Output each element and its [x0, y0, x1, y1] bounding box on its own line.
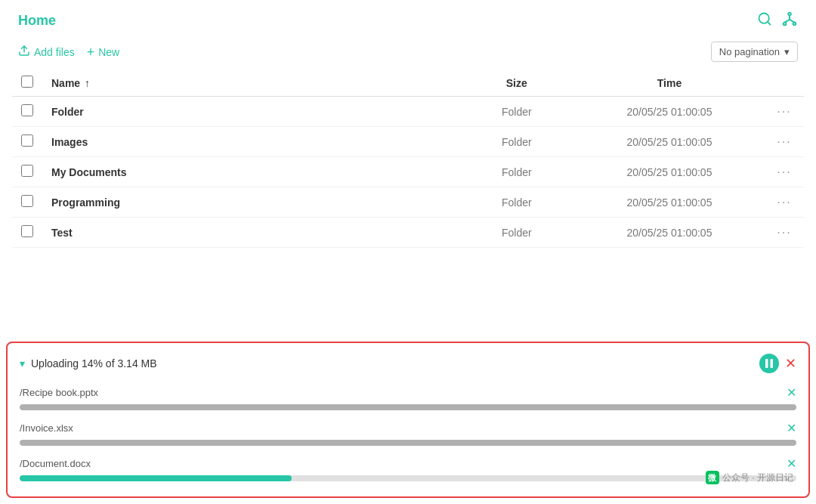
row-actions-cell[interactable]: ···	[765, 127, 804, 157]
upload-file-item: /Document.docx ✕	[20, 456, 796, 481]
file-name: Programming	[51, 196, 120, 209]
svg-rect-10	[771, 359, 774, 368]
upload-file-cancel-button[interactable]: ✕	[787, 421, 796, 435]
svg-line-7	[790, 20, 794, 23]
row-time-cell: 20/05/25 01:00:05	[574, 127, 765, 157]
svg-line-6	[785, 20, 790, 23]
row-checkbox[interactable]	[21, 165, 33, 177]
upload-close-button[interactable]: ✕	[785, 357, 796, 370]
row-checkbox-cell[interactable]	[12, 218, 42, 248]
upload-file-cancel-button[interactable]: ✕	[787, 385, 796, 400]
table-row: Folder Folder 20/05/25 01:00:05 ···	[12, 97, 804, 127]
row-size-cell: Folder	[459, 97, 574, 127]
row-name-cell: Test	[42, 218, 459, 248]
file-name: Images	[51, 136, 88, 148]
add-files-button[interactable]: Add files	[18, 45, 75, 60]
col-name-label: Name	[51, 77, 80, 89]
upload-file-name: /Recipe book.pptx	[20, 387, 98, 398]
pagination-label: No pagination	[719, 46, 780, 57]
progress-bar-bg	[20, 440, 796, 446]
col-name-header[interactable]: Name ↑	[42, 70, 459, 97]
upload-pause-button[interactable]	[759, 354, 779, 373]
new-label: New	[98, 46, 119, 58]
row-checkbox-cell[interactable]	[12, 157, 42, 187]
upload-chevron-icon[interactable]: ▾	[20, 357, 25, 369]
upload-file-name: /Invoice.xlsx	[20, 422, 73, 434]
row-checkbox[interactable]	[21, 135, 33, 147]
upload-title: Uploading 14% of 3.14 MB	[31, 357, 157, 369]
file-table-wrapper: Name ↑ Size Time Folder	[0, 70, 816, 248]
row-checkbox-cell[interactable]	[12, 127, 42, 157]
progress-bar-fill	[20, 440, 796, 446]
file-name: My Documents	[51, 166, 127, 178]
col-time-header[interactable]: Time	[574, 70, 765, 97]
toolbar: Add files + New No pagination ▾	[0, 37, 816, 70]
col-actions-header	[765, 70, 804, 97]
row-actions-button[interactable]: ···	[777, 135, 791, 149]
toolbar-left: Add files + New	[18, 45, 119, 60]
row-actions-button[interactable]: ···	[777, 196, 791, 209]
table-row: My Documents Folder 20/05/25 01:00:05 ··…	[12, 157, 804, 187]
row-checkbox[interactable]	[21, 195, 33, 207]
row-size-cell: Folder	[459, 218, 574, 248]
upload-header: ▾ Uploading 14% of 3.14 MB ✕	[20, 354, 796, 373]
search-icon[interactable]	[757, 11, 772, 30]
upload-file-item: /Recipe book.pptx ✕	[20, 385, 796, 410]
upload-files-list: /Recipe book.pptx ✕ /Invoice.xlsx ✕ /Doc…	[20, 385, 796, 481]
table-row: Images Folder 20/05/25 01:00:05 ···	[12, 127, 804, 157]
row-checkbox[interactable]	[21, 104, 33, 116]
home-title: Home	[18, 13, 56, 29]
upload-icon	[18, 45, 30, 60]
row-size-cell: Folder	[459, 157, 574, 187]
sort-arrow-icon: ↑	[85, 77, 90, 89]
upload-panel: ▾ Uploading 14% of 3.14 MB ✕ /Recipe boo…	[6, 342, 810, 498]
svg-line-1	[768, 22, 771, 25]
pagination-dropdown[interactable]: No pagination ▾	[711, 42, 798, 62]
file-name: Folder	[51, 106, 84, 118]
col-size-header[interactable]: Size	[459, 70, 574, 97]
file-table: Name ↑ Size Time Folder	[12, 70, 804, 248]
progress-bar-fill	[20, 475, 292, 481]
row-time-cell: 20/05/25 01:00:05	[574, 157, 765, 187]
row-actions-button[interactable]: ···	[777, 165, 791, 179]
select-all-checkbox[interactable]	[21, 76, 33, 88]
progress-bar-bg	[20, 404, 796, 410]
file-table-body: Folder Folder 20/05/25 01:00:05 ··· Imag…	[12, 97, 804, 248]
table-row: Programming Folder 20/05/25 01:00:05 ···	[12, 187, 804, 218]
row-actions-button[interactable]: ···	[777, 226, 791, 240]
upload-file-header: /Recipe book.pptx ✕	[20, 385, 796, 400]
row-name-cell: Folder	[42, 97, 459, 127]
row-actions-cell[interactable]: ···	[765, 157, 804, 187]
row-actions-cell[interactable]: ···	[765, 97, 804, 127]
row-name-cell: Images	[42, 127, 459, 157]
row-time-cell: 20/05/25 01:00:05	[574, 187, 765, 218]
pagination-btn[interactable]: No pagination ▾	[711, 42, 798, 62]
row-actions-cell[interactable]: ···	[765, 218, 804, 248]
svg-rect-9	[765, 359, 768, 368]
new-button[interactable]: + New	[87, 45, 120, 59]
row-checkbox[interactable]	[21, 225, 33, 237]
row-checkbox-cell[interactable]	[12, 187, 42, 218]
upload-file-header: /Invoice.xlsx ✕	[20, 421, 796, 435]
header: Home	[0, 0, 816, 37]
row-time-cell: 20/05/25 01:00:05	[574, 218, 765, 248]
row-actions-cell[interactable]: ···	[765, 187, 804, 218]
upload-header-right: ✕	[759, 354, 796, 373]
select-all-checkbox-header[interactable]	[12, 70, 42, 97]
row-actions-button[interactable]: ···	[777, 105, 791, 119]
add-files-label: Add files	[34, 46, 75, 58]
upload-file-name: /Document.docx	[20, 458, 91, 469]
row-time-cell: 20/05/25 01:00:05	[574, 97, 765, 127]
row-checkbox-cell[interactable]	[12, 97, 42, 127]
row-size-cell: Folder	[459, 127, 574, 157]
upload-file-item: /Invoice.xlsx ✕	[20, 421, 796, 446]
upload-file-cancel-button[interactable]: ✕	[787, 456, 796, 471]
row-name-cell: Programming	[42, 187, 459, 218]
network-icon[interactable]	[781, 11, 798, 31]
progress-bar-bg	[20, 475, 796, 481]
upload-header-left: ▾ Uploading 14% of 3.14 MB	[20, 357, 157, 369]
file-name: Test	[51, 227, 73, 239]
table-header-row: Name ↑ Size Time	[12, 70, 804, 97]
progress-bar-fill	[20, 404, 796, 410]
row-name-cell: My Documents	[42, 157, 459, 187]
